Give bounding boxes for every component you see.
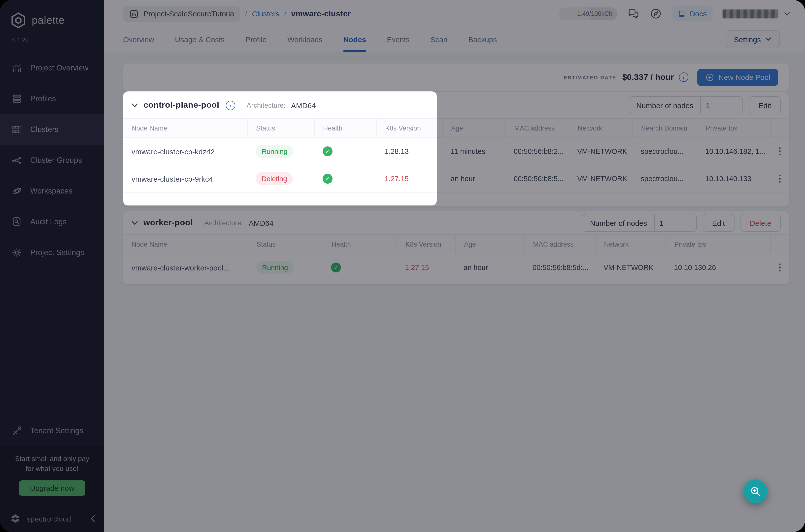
- collapse-pool-chevron-icon[interactable]: [132, 103, 138, 108]
- tab-overview[interactable]: Overview: [123, 27, 154, 52]
- row-menu-kebab-icon[interactable]: [770, 147, 789, 156]
- settings-label: Settings: [734, 35, 761, 43]
- network-nodes-icon: [12, 155, 22, 166]
- row-menu-kebab-icon[interactable]: [770, 264, 789, 272]
- layers-icon: [12, 93, 22, 104]
- node-network: VM-NETWORK: [569, 175, 632, 183]
- col-private-ips: Private Ips: [666, 235, 770, 253]
- orbit-icon: [12, 186, 22, 196]
- estimated-rate-value: $0.337 / hour: [622, 72, 674, 82]
- col-private-ips: Private Ips: [697, 119, 770, 137]
- node-mac: 00:50:56:b8:5...: [505, 175, 569, 183]
- settings-button[interactable]: Settings: [726, 30, 780, 48]
- pool-actions: Number of nodes Edit: [629, 96, 781, 114]
- delete-pool-button[interactable]: Delete: [740, 214, 781, 232]
- chat-icon[interactable]: [627, 7, 640, 20]
- status-badge: Running: [256, 261, 294, 274]
- search-fab-button[interactable]: [744, 479, 767, 503]
- usage-meter: 1.49/100kCh: [559, 7, 617, 20]
- number-of-nodes-control: Number of nodes: [629, 96, 743, 114]
- app-version: 4.4.20: [12, 37, 104, 44]
- brand-logo: palette: [0, 0, 104, 29]
- col-actions: [770, 119, 789, 137]
- docs-label: Docs: [690, 10, 707, 18]
- node-private-ips: 10.10.146.182, 1...: [697, 147, 770, 155]
- row-menu-kebab-icon[interactable]: [770, 175, 789, 183]
- sidebar-item-project-overview[interactable]: Project Overview: [0, 53, 104, 83]
- tab-usage-costs[interactable]: Usage & Costs: [175, 27, 225, 52]
- upgrade-button[interactable]: Upgrade now: [19, 480, 85, 496]
- sidebar-bottom: Tenant Settings Start small and only pay…: [0, 416, 104, 532]
- chevron-down-icon: [765, 37, 771, 41]
- app-window: palette 4.4.20 Project Overview Profiles: [0, 0, 805, 532]
- pool-title: control-plane-pool: [143, 100, 219, 110]
- number-of-nodes-control: Number of nodes: [582, 214, 696, 232]
- new-node-pool-button[interactable]: New Node Pool: [697, 69, 778, 86]
- sidebar-footer: spectro cloud: [0, 505, 104, 532]
- k8s-version: 1.27.15: [376, 175, 442, 183]
- pool-title: worker-pool: [143, 218, 193, 228]
- col-age: Age: [455, 235, 524, 253]
- architecture-label: Architecture:: [247, 101, 286, 109]
- user-name-redacted[interactable]: [723, 9, 778, 18]
- audit-search-doc-icon: [12, 216, 22, 227]
- pool-actions: Number of nodes Edit Delete: [582, 214, 781, 232]
- col-node-name: Node Name: [123, 119, 247, 137]
- project-chart-icon: [129, 9, 139, 19]
- col-network: Network: [595, 235, 666, 253]
- node-age: an hour: [455, 264, 524, 271]
- collapse-pool-chevron-icon[interactable]: [132, 221, 138, 225]
- table-header-row: Node Name Status Health K8s Version Age …: [123, 119, 789, 138]
- tab-nodes[interactable]: Nodes: [343, 27, 366, 52]
- architecture-value: AMD64: [291, 101, 316, 110]
- edit-pool-button[interactable]: Edit: [703, 214, 734, 232]
- sidebar-item-project-settings[interactable]: Project Settings: [0, 237, 104, 268]
- breadcrumb-clusters-link[interactable]: Clusters: [252, 10, 280, 18]
- col-status: Status: [247, 119, 314, 137]
- number-of-nodes-input[interactable]: [655, 214, 696, 231]
- plus-circle-icon: [705, 73, 714, 82]
- table-row: vmware-cluster-cp-kdz42 Running ✓ 1.28.1…: [123, 138, 789, 165]
- rate-info-icon[interactable]: i: [679, 73, 688, 82]
- sidebar: palette 4.4.20 Project Overview Profiles: [0, 0, 104, 532]
- sidebar-item-workspaces[interactable]: Workspaces: [0, 176, 104, 206]
- compass-icon[interactable]: [650, 7, 662, 20]
- tab-backups[interactable]: Backups: [468, 27, 497, 52]
- node-private-ips: 10.10.130.26: [666, 264, 770, 271]
- breadcrumb-project[interactable]: Project-ScaleSecureTutoria: [123, 6, 240, 22]
- tools-icon: [12, 425, 22, 436]
- sidebar-item-profiles[interactable]: Profiles: [0, 83, 104, 114]
- col-k8s-version: K8s Version: [376, 119, 442, 137]
- tab-workloads[interactable]: Workloads: [287, 27, 322, 52]
- pool-info-icon[interactable]: i: [226, 100, 235, 110]
- sidebar-item-label: Workspaces: [30, 187, 73, 195]
- bar-chart-icon: [12, 62, 22, 73]
- node-network: VM-NETWORK: [595, 264, 666, 271]
- sidebar-item-cluster-groups[interactable]: Cluster Groups: [0, 145, 104, 176]
- sidebar-item-tenant-settings[interactable]: Tenant Settings: [0, 416, 104, 446]
- col-age: Age: [442, 119, 505, 137]
- health-ok-icon: ✓: [323, 146, 332, 156]
- col-network: Network: [569, 119, 632, 137]
- sidebar-item-audit-logs[interactable]: Audit Logs: [0, 206, 104, 237]
- tab-events[interactable]: Events: [387, 27, 410, 52]
- col-mac: MAC address: [524, 235, 595, 253]
- breadcrumb-current-page: vmware-cluster: [291, 9, 351, 18]
- tab-profile[interactable]: Profile: [245, 27, 267, 52]
- docs-button[interactable]: Docs: [672, 6, 713, 21]
- new-node-pool-label: New Node Pool: [718, 73, 770, 81]
- sidebar-item-clusters[interactable]: Clusters: [0, 114, 104, 145]
- header-actions: 1.49/100kCh: [559, 6, 790, 21]
- health-ok-icon: ✓: [323, 174, 332, 184]
- collapse-sidebar-icon[interactable]: [90, 515, 95, 522]
- k8s-version: 1.27.15: [397, 264, 455, 271]
- brand-name: palette: [32, 14, 65, 26]
- number-of-nodes-label: Number of nodes: [629, 97, 701, 114]
- edit-pool-button[interactable]: Edit: [749, 96, 781, 114]
- estimated-rate-label: ESTIMATED RATE: [564, 74, 616, 80]
- tab-scan[interactable]: Scan: [430, 27, 447, 52]
- palette-logo-icon: [10, 12, 27, 29]
- col-mac: MAC address: [505, 119, 569, 137]
- number-of-nodes-input[interactable]: [701, 97, 743, 114]
- user-menu-chevron-icon[interactable]: [784, 12, 790, 16]
